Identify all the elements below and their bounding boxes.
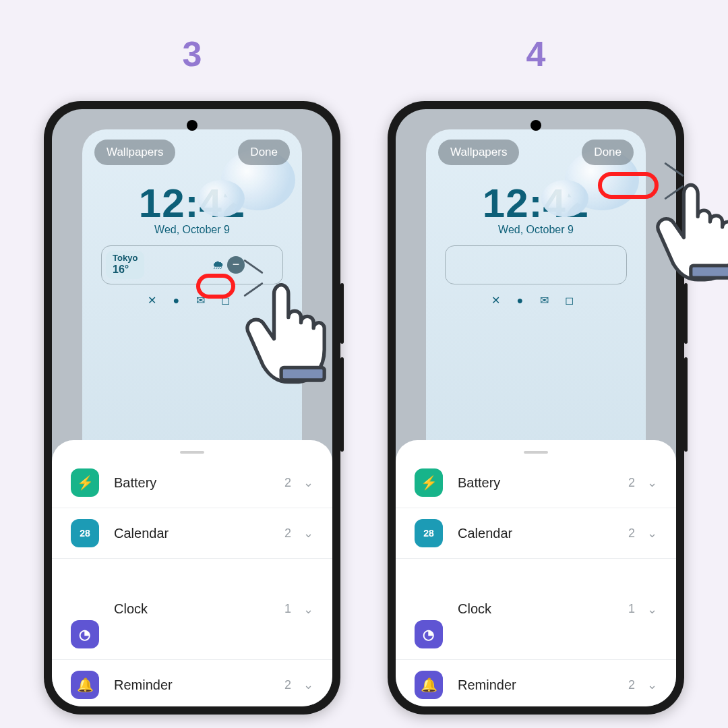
notification-icons: ✕ ● ✉ ◻	[426, 294, 646, 307]
clock-icon: ◔	[71, 620, 99, 648]
widget-picker-sheet[interactable]: ⚡ Battery 2 ⌄ 28 Calendar 2 ⌄ ◔ Clock	[396, 440, 676, 706]
list-item-label: Battery	[114, 475, 284, 491]
chevron-down-icon: ⌄	[303, 602, 313, 617]
list-item-count: 2	[628, 526, 635, 541]
sheet-handle[interactable]	[180, 451, 204, 454]
list-item-label: Calendar	[458, 526, 628, 541]
miss-call-icon: ✕	[148, 295, 163, 306]
wallpapers-button[interactable]: Wallpapers	[438, 140, 519, 165]
phone-frame: Wallpapers Done 12:42 Wed, October 9 ✕ ●…	[388, 101, 684, 715]
list-item-battery[interactable]: ⚡ Battery 2 ⌄	[52, 458, 332, 508]
list-item-label: Reminder	[114, 677, 284, 693]
list-item-label: Battery	[458, 475, 628, 491]
battery-icon: ⚡	[415, 468, 443, 497]
list-item-count: 2	[284, 476, 291, 490]
svg-rect-0	[281, 367, 324, 380]
step-3-column: 3 Wallpapers Done 12:42 Wed, October 9 T…	[44, 34, 340, 715]
list-item-clock[interactable]: ◔ Clock 1 ⌄	[52, 559, 332, 660]
mail-icon: ✉	[196, 295, 212, 306]
step-number-4: 4	[388, 34, 684, 74]
list-item-count: 1	[628, 602, 635, 616]
wallpapers-button[interactable]: Wallpapers	[94, 140, 175, 165]
date-display: Wed, October 9	[82, 224, 302, 236]
chat-icon: ●	[173, 295, 186, 306]
list-item-calendar[interactable]: 28 Calendar 2 ⌄	[396, 508, 676, 559]
phone-frame: Wallpapers Done 12:42 Wed, October 9 Tok…	[44, 101, 340, 715]
chevron-down-icon: ⌄	[647, 602, 657, 617]
chevron-down-icon: ⌄	[647, 526, 657, 541]
list-item-calendar[interactable]: 28 Calendar 2 ⌄	[52, 508, 332, 559]
chevron-down-icon: ⌄	[303, 677, 313, 692]
camera-notch	[530, 120, 541, 131]
rain-icon: 🌧	[212, 258, 224, 272]
list-item-reminder[interactable]: 🔔 Reminder 2 ⌄	[396, 660, 676, 706]
list-item-label: Clock	[114, 601, 284, 617]
chevron-down-icon: ⌄	[303, 475, 313, 490]
bell-icon: 🔔	[415, 671, 443, 699]
battery-icon: ⚡	[71, 468, 99, 497]
phone-screen: Wallpapers Done 12:42 Wed, October 9 Tok…	[52, 109, 332, 706]
weather-widget[interactable]: Tokyo 16°	[106, 251, 144, 278]
weather-city: Tokyo	[113, 253, 138, 264]
step-number-3: 3	[44, 34, 340, 74]
list-item-count: 2	[628, 476, 635, 490]
date-display: Wed, October 9	[426, 224, 646, 236]
hand-cursor-icon	[239, 278, 330, 386]
chevron-down-icon: ⌄	[647, 677, 657, 692]
bell-icon: 🔔	[71, 671, 99, 699]
list-item-clock[interactable]: ◔ Clock 1 ⌄	[396, 559, 676, 660]
stage: 3 Wallpapers Done 12:42 Wed, October 9 T…	[0, 0, 728, 715]
phone-screen: Wallpapers Done 12:42 Wed, October 9 ✕ ●…	[396, 109, 676, 706]
svg-rect-1	[691, 266, 728, 278]
list-item-label: Clock	[458, 601, 628, 617]
camera-notch	[187, 120, 198, 131]
list-item-count: 2	[284, 678, 291, 692]
step-4-column: 4 Wallpapers Done 12:42 Wed, October 9 ✕…	[388, 34, 684, 715]
list-item-battery[interactable]: ⚡ Battery 2 ⌄	[396, 458, 676, 508]
chevron-down-icon: ⌄	[647, 475, 657, 490]
sheet-handle[interactable]	[524, 451, 548, 454]
list-item-count: 2	[628, 678, 635, 692]
hand-cursor-icon	[650, 177, 728, 284]
list-item-count: 1	[284, 602, 291, 616]
done-button[interactable]: Done	[582, 140, 634, 165]
list-item-count: 2	[284, 526, 291, 541]
chat-icon: ●	[516, 295, 530, 306]
cloud-icon	[541, 180, 588, 217]
calendar-icon: 28	[415, 519, 443, 547]
miss-call-icon: ✕	[491, 295, 507, 306]
widget-picker-sheet[interactable]: ⚡ Battery 2 ⌄ 28 Calendar 2 ⌄ ◔ Clock	[52, 440, 332, 706]
widget-slot-empty[interactable]	[445, 245, 627, 284]
list-item-label: Reminder	[458, 677, 628, 693]
app-icon: ◻	[221, 295, 237, 306]
chevron-down-icon: ⌄	[303, 526, 313, 541]
list-item-label: Calendar	[114, 526, 284, 541]
done-button[interactable]: Done	[238, 140, 290, 165]
list-item-reminder[interactable]: 🔔 Reminder 2 ⌄	[52, 660, 332, 706]
cloud-icon	[198, 180, 245, 217]
weather-temp: 16°	[113, 264, 138, 276]
remove-widget-button[interactable]: −	[227, 256, 245, 274]
lockscreen-preview: Wallpapers Done 12:42 Wed, October 9 ✕ ●…	[426, 129, 646, 493]
app-icon: ◻	[565, 295, 580, 306]
calendar-icon: 28	[71, 519, 99, 547]
mail-icon: ✉	[540, 295, 555, 306]
clock-icon: ◔	[415, 620, 443, 648]
